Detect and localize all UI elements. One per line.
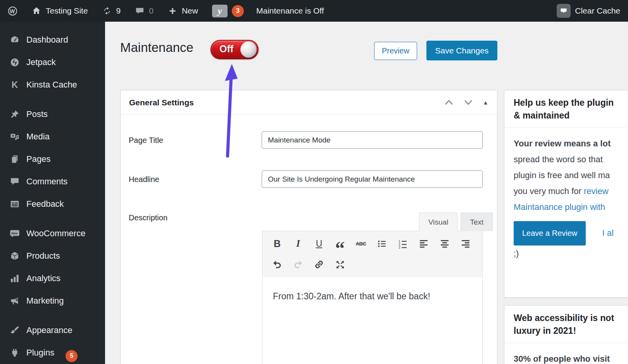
sidebar-item-dashboard[interactable]: Dashboard: [0, 29, 105, 51]
comment-bubble-icon: [10, 177, 20, 187]
blockquote-icon[interactable]: “: [332, 240, 348, 256]
align-center-icon[interactable]: [437, 236, 452, 251]
italic-icon[interactable]: I: [290, 236, 306, 251]
maintenance-toggle[interactable]: Off: [210, 40, 259, 59]
sidebar-item-feedback[interactable]: Feedback: [0, 193, 105, 215]
dashboard-gauge-icon: [10, 35, 20, 45]
maintenance-status-text: Maintenance is Off: [256, 6, 324, 15]
media-icon: [10, 132, 20, 142]
strikethrough-icon[interactable]: ABC: [353, 236, 369, 251]
general-settings-panel: General Settings ▲ Page Title Headline D…: [120, 90, 497, 364]
leave-review-button[interactable]: Leave a Review: [514, 221, 586, 246]
align-right-icon[interactable]: [458, 236, 473, 251]
sidebar-label: Kinsta Cache: [26, 80, 77, 90]
sidebar-item-appearance[interactable]: Appearance: [0, 319, 105, 342]
undo-icon[interactable]: [269, 257, 285, 272]
review-line: you very much for review: [514, 183, 628, 199]
admin-bar: W Testing Site 9 0 + New y 3: [0, 0, 628, 22]
maintenance-status-menu[interactable]: Maintenance is Off: [256, 6, 324, 15]
review-line: plugin is free and well ma: [514, 167, 628, 183]
plug-icon: [10, 348, 20, 358]
collapse-triangle-icon[interactable]: ▲: [483, 99, 488, 106]
bold-icon[interactable]: B: [269, 236, 285, 251]
kinsta-k-icon: K: [10, 80, 20, 90]
underline-icon[interactable]: U: [311, 236, 327, 251]
move-up-icon[interactable]: [444, 99, 454, 106]
site-menu[interactable]: Testing Site: [31, 6, 88, 16]
sidebar-label: Posts: [26, 109, 48, 119]
new-menu[interactable]: + New: [167, 6, 198, 16]
sidebar-item-comments[interactable]: Comments: [0, 170, 105, 193]
yoast-menu[interactable]: y 3: [212, 5, 244, 17]
sidebar-item-pages[interactable]: Pages: [0, 148, 105, 170]
editor-text: From 1:30-2am. After that we'll be back!: [273, 291, 430, 301]
comment-bubble-icon: [135, 6, 145, 16]
sidebar-item-analytics[interactable]: Analytics: [0, 267, 105, 290]
sidebar-label: WooCommerce: [26, 228, 85, 239]
tab-text[interactable]: Text: [461, 213, 493, 231]
preview-button[interactable]: Preview: [374, 42, 417, 60]
megaphone-icon: [10, 296, 20, 306]
sidebar-label: Feedback: [26, 199, 64, 209]
wordpress-logo[interactable]: W: [8, 6, 17, 16]
sidebar-item-woocommerce[interactable]: Woo WooCommerce: [0, 222, 105, 245]
editor-tabs: Visual Text: [419, 213, 493, 231]
sidebar-item-marketing[interactable]: Marketing: [0, 290, 105, 312]
description-field-label: Description: [129, 213, 167, 222]
editor-content-area[interactable]: From 1:30-2am. After that we'll be back!: [262, 277, 483, 364]
sidebar-label: Dashboard: [26, 35, 68, 45]
smiley-text: ;): [514, 246, 628, 261]
plugin-link[interactable]: Maintanance plugin with: [514, 202, 605, 212]
review-panel-heading: Help us keep the plugin & maintained: [504, 90, 628, 128]
clear-cache-label: Clear Cache: [575, 6, 620, 15]
headline-input[interactable]: [262, 170, 483, 188]
bar-chart-icon: [10, 273, 20, 283]
editor-toolbar: B I U “ ABC 123: [262, 231, 483, 278]
woocommerce-icon: Woo: [10, 228, 20, 239]
sidebar-item-media[interactable]: Media: [0, 125, 105, 148]
link-icon[interactable]: [311, 257, 327, 272]
sidebar-item-jetpack[interactable]: Jetpack: [0, 51, 105, 74]
already-did-link[interactable]: I al: [602, 228, 613, 238]
toolbar-row-1: B I U “ ABC 123: [266, 233, 482, 254]
tab-visual[interactable]: Visual: [419, 213, 457, 231]
move-down-icon[interactable]: [463, 99, 473, 106]
new-label: New: [182, 6, 198, 15]
page-title: Maintenance: [120, 40, 193, 55]
bulleted-list-icon[interactable]: [374, 236, 390, 251]
sidebar-label: Analytics: [26, 273, 60, 283]
updates-indicator[interactable]: 9: [102, 6, 121, 16]
sidebar-item-kinsta-cache[interactable]: K Kinsta Cache: [0, 74, 105, 96]
accessibility-panel-body: 30% of people who visit: [504, 343, 628, 364]
wordpress-icon: W: [8, 6, 17, 16]
sidebar-label: Comments: [26, 177, 67, 187]
sidebar-item-posts[interactable]: Posts: [0, 103, 105, 125]
comments-indicator[interactable]: 0: [135, 6, 154, 16]
admin-bar-left: W Testing Site 9 0 + New y 3: [8, 5, 324, 17]
chat-bubble-icon: [557, 4, 571, 18]
pushpin-icon: [10, 109, 20, 119]
sidebar-label: Jetpack: [26, 57, 56, 67]
review-link[interactable]: review: [584, 186, 609, 196]
sidebar-item-plugins[interactable]: Plugins 5: [0, 342, 105, 364]
sidebar-label: Products: [26, 251, 60, 261]
sidebar-label: Marketing: [26, 296, 64, 306]
admin-bar-right: Clear Cache: [557, 4, 620, 18]
accessibility-panel-heading: Web accessibility is not luxury in 2021!: [504, 306, 628, 343]
align-left-icon[interactable]: [416, 236, 431, 251]
svg-text:Woo: Woo: [11, 232, 18, 235]
product-box-icon: [10, 251, 20, 261]
panel-title: General Settings: [129, 98, 194, 107]
redo-icon[interactable]: [290, 257, 306, 272]
clear-cache-button[interactable]: Clear Cache: [557, 4, 620, 18]
pages-icon: [10, 154, 20, 164]
panel-controls: ▲: [444, 99, 488, 106]
page-title-input[interactable]: [262, 131, 483, 149]
site-name: Testing Site: [46, 6, 88, 15]
fullscreen-icon[interactable]: [332, 257, 348, 272]
save-changes-button[interactable]: Save Changes: [426, 41, 497, 60]
sidebar-item-products[interactable]: Products: [0, 245, 105, 267]
numbered-list-icon[interactable]: 123: [395, 236, 411, 251]
paintbrush-icon: [10, 325, 20, 335]
review-panel-body: Your review means a lot spread the word …: [504, 128, 628, 269]
